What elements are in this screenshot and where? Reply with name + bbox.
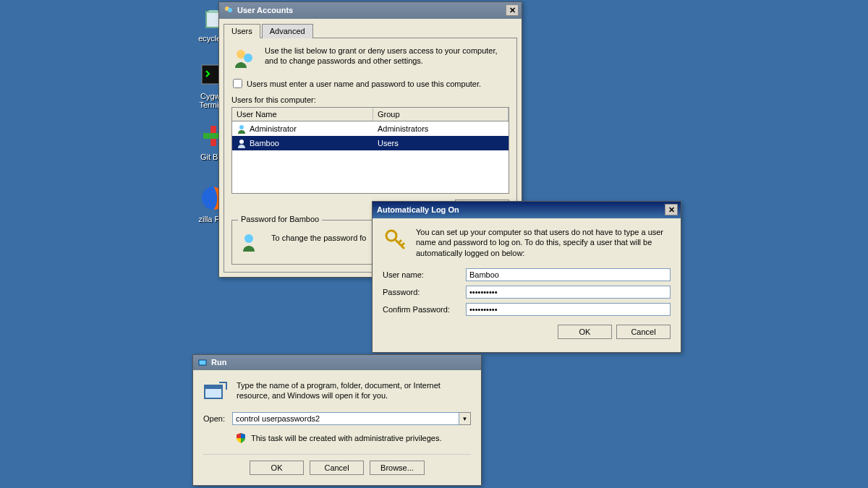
run-icon xyxy=(197,357,208,367)
cell-username: Administrator xyxy=(250,124,297,133)
users-list-label: Users for this computer: xyxy=(231,95,509,104)
tab-advanced[interactable]: Advanced xyxy=(262,24,313,38)
svg-rect-15 xyxy=(205,385,222,389)
intro-text: Type the name of a program, folder, docu… xyxy=(237,380,471,401)
table-row[interactable]: Administrator Administrators xyxy=(232,121,509,136)
svg-point-9 xyxy=(239,125,244,129)
cell-username: Bamboo xyxy=(250,139,279,147)
svg-point-11 xyxy=(244,234,253,243)
ok-button[interactable]: OK xyxy=(558,325,612,339)
column-header-username[interactable]: User Name xyxy=(232,108,373,121)
window-title: User Accounts xyxy=(237,6,293,14)
require-password-checkbox[interactable] xyxy=(233,79,242,88)
cell-group: Administrators xyxy=(373,124,509,134)
users-icon xyxy=(224,5,234,15)
user-icon xyxy=(237,124,247,134)
titlebar[interactable]: User Accounts ✕ xyxy=(219,2,522,19)
svg-point-6 xyxy=(228,8,232,12)
window-title: Run xyxy=(211,358,226,367)
checkbox-label: Users must enter a user name and passwor… xyxy=(247,80,481,88)
password-text: To change the password fo xyxy=(271,229,366,242)
close-button[interactable]: ✕ xyxy=(665,204,678,215)
open-label: Open: xyxy=(203,414,225,423)
intro-text: Use the list below to grant or deny user… xyxy=(265,46,509,67)
tab-users[interactable]: Users xyxy=(224,24,260,38)
svg-rect-13 xyxy=(199,360,206,365)
user-icon xyxy=(237,138,247,148)
confirm-password-label: Confirm Password: xyxy=(383,305,466,314)
users-table: User Name Group Administrator Administra… xyxy=(231,107,509,194)
browse-button[interactable]: Browse... xyxy=(370,461,425,475)
admin-note-text: This task will be created with administr… xyxy=(251,434,442,442)
titlebar[interactable]: Run xyxy=(193,355,481,370)
ok-button[interactable]: OK xyxy=(250,461,304,475)
column-header-group[interactable]: Group xyxy=(373,108,509,121)
svg-point-8 xyxy=(244,53,252,62)
titlebar[interactable]: Automatically Log On ✕ xyxy=(373,202,681,218)
svg-point-10 xyxy=(239,140,244,144)
username-label: User name: xyxy=(383,270,466,279)
users-icon xyxy=(231,46,258,72)
password-label: Password: xyxy=(383,288,466,296)
window-title: Automatically Log On xyxy=(377,205,459,214)
shield-icon xyxy=(235,432,247,444)
password-input[interactable] xyxy=(466,286,671,299)
groupbox-legend: Password for Bamboo xyxy=(238,215,322,223)
cell-group: Users xyxy=(373,138,509,148)
close-button[interactable]: ✕ xyxy=(506,4,519,16)
cancel-button[interactable]: Cancel xyxy=(616,325,671,339)
table-row[interactable]: Bamboo Users xyxy=(232,136,509,150)
user-key-icon xyxy=(238,229,264,255)
confirm-password-input[interactable] xyxy=(466,303,671,316)
open-input[interactable] xyxy=(232,412,459,425)
intro-text: You can set up your computer so that use… xyxy=(416,227,671,258)
key-icon xyxy=(383,227,409,253)
auto-logon-dialog: Automatically Log On ✕ You can set up yo… xyxy=(372,201,681,353)
dropdown-button[interactable]: ▼ xyxy=(459,412,471,425)
run-program-icon xyxy=(203,380,228,402)
run-dialog: Run Type the name of a program, folder, … xyxy=(192,354,482,486)
username-input[interactable] xyxy=(466,268,671,281)
cancel-button[interactable]: Cancel xyxy=(310,461,364,475)
